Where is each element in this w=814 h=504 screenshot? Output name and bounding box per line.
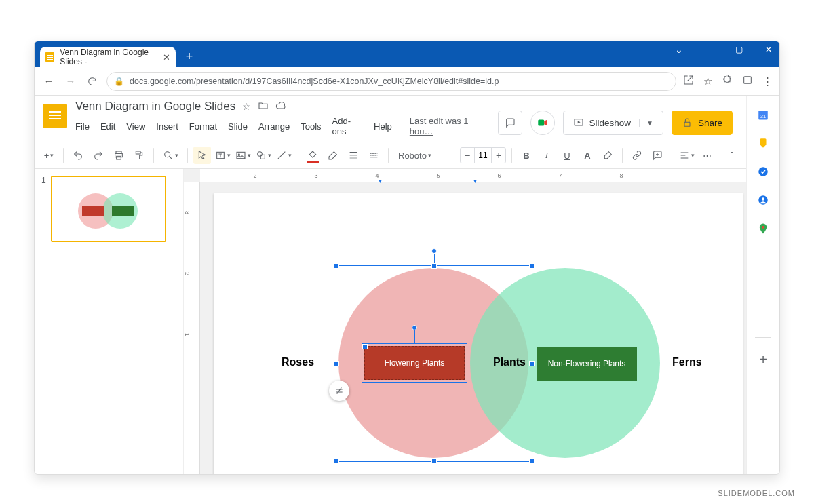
border-dash-button[interactable]: [365, 147, 383, 164]
url-field[interactable]: 🔒 docs.google.com/presentation/d/197Cas6…: [106, 72, 676, 91]
print-button[interactable]: [110, 147, 128, 164]
menu-help[interactable]: Help: [374, 121, 392, 132]
filmstrip[interactable]: 1: [35, 169, 184, 474]
share-url-icon[interactable]: [683, 75, 694, 88]
close-tab-icon[interactable]: ✕: [163, 52, 170, 62]
box-non-flowering[interactable]: Non-Flowering Plants: [537, 347, 637, 381]
shape-button[interactable]: [254, 147, 272, 164]
text-color-button[interactable]: A: [579, 147, 596, 164]
border-color-button[interactable]: [324, 147, 342, 164]
menu-edit[interactable]: Edit: [100, 121, 115, 132]
canvas[interactable]: 2 3 4 5 6 7 8 ▾ ▾ 3 2: [184, 169, 746, 474]
last-edit-link[interactable]: Last edit was 1 hou…: [410, 116, 490, 136]
forward-button[interactable]: →: [63, 74, 78, 89]
highlight-button[interactable]: [599, 147, 617, 164]
slideshow-dropdown-icon[interactable]: ▼: [639, 119, 653, 127]
redo-button[interactable]: [90, 147, 107, 164]
move-folder-icon[interactable]: [258, 100, 269, 113]
align-button[interactable]: [678, 147, 695, 164]
extensions-icon[interactable]: [722, 75, 733, 88]
selection-outline-box[interactable]: [362, 343, 467, 383]
calendar-app-icon[interactable]: 31: [756, 108, 770, 121]
menu-view[interactable]: View: [126, 121, 145, 132]
reload-button[interactable]: [85, 74, 100, 89]
zoom-button[interactable]: [159, 147, 182, 164]
bold-button[interactable]: B: [518, 147, 535, 164]
font-size-inc-button[interactable]: +: [492, 150, 505, 161]
menu-insert[interactable]: Insert: [156, 121, 178, 132]
font-size-stepper[interactable]: − +: [460, 147, 506, 163]
contacts-app-icon[interactable]: [756, 193, 770, 207]
font-family-select[interactable]: Roboto: [394, 147, 448, 164]
share-button[interactable]: Share: [672, 111, 733, 135]
contextual-toolbar-button[interactable]: [329, 381, 349, 401]
hide-menus-button[interactable]: ˆ: [723, 147, 741, 164]
resize-handle[interactable]: [529, 263, 535, 269]
menu-arrange[interactable]: Arrange: [258, 121, 290, 132]
profile-icon[interactable]: [742, 75, 753, 88]
resize-handle[interactable]: [362, 344, 368, 349]
font-size-dec-button[interactable]: −: [461, 150, 474, 161]
resize-handle[interactable]: [431, 263, 437, 269]
resize-handle[interactable]: [529, 459, 535, 464]
more-tools-button[interactable]: ⋯: [698, 147, 716, 164]
select-tool-button[interactable]: [193, 147, 211, 164]
slide-1[interactable]: Roses Plants Ferns Non-Flowering Plants …: [214, 193, 743, 474]
ruler-indent-marker-icon[interactable]: ▾: [349, 177, 410, 185]
resize-handle[interactable]: [334, 459, 339, 464]
resize-handle[interactable]: [529, 361, 535, 366]
tasks-app-icon[interactable]: [756, 165, 770, 178]
menu-slide[interactable]: Slide: [228, 121, 248, 132]
undo-button[interactable]: [69, 147, 87, 164]
cloud-status-icon[interactable]: [275, 100, 286, 113]
vertical-ruler[interactable]: 3 2 1: [184, 182, 200, 474]
star-icon[interactable]: ☆: [242, 101, 251, 112]
rotation-handle-icon[interactable]: [431, 248, 437, 254]
back-button[interactable]: ←: [41, 74, 56, 89]
resize-handle[interactable]: [431, 459, 437, 464]
add-addon-button[interactable]: +: [756, 353, 770, 366]
keep-app-icon[interactable]: [756, 136, 770, 150]
label-roses[interactable]: Roses: [282, 356, 314, 368]
share-label: Share: [698, 118, 722, 128]
resize-handle[interactable]: [334, 263, 339, 269]
resize-handle[interactable]: [334, 361, 339, 366]
bookmark-star-icon[interactable]: ☆: [703, 75, 712, 88]
chevron-down-icon[interactable]: ⌄: [672, 44, 686, 55]
insert-link-button[interactable]: [628, 147, 646, 164]
menu-format[interactable]: Format: [189, 121, 217, 132]
fill-color-button[interactable]: [304, 147, 322, 164]
textbox-button[interactable]: [214, 147, 231, 164]
meet-button[interactable]: [530, 111, 555, 135]
slide-thumbnail-1[interactable]: [51, 176, 166, 242]
google-slides-logo-icon[interactable]: [43, 104, 67, 128]
ruler-indent-marker-icon[interactable]: ▾: [444, 177, 505, 185]
border-weight-button[interactable]: [345, 147, 362, 164]
label-ferns[interactable]: Ferns: [672, 356, 702, 368]
close-window-icon[interactable]: ✕: [762, 45, 775, 54]
chrome-menu-icon[interactable]: ⋮: [762, 75, 773, 88]
font-size-input[interactable]: [474, 148, 492, 163]
line-button[interactable]: [275, 147, 292, 164]
maximize-window-icon[interactable]: ▢: [732, 45, 745, 54]
slideshow-button[interactable]: Slideshow ▼: [563, 111, 663, 135]
menu-tools[interactable]: Tools: [301, 121, 321, 132]
insert-comment-button[interactable]: [648, 147, 666, 164]
new-tab-button[interactable]: +: [180, 47, 199, 66]
document-title[interactable]: Venn Diagram in Google Slides: [75, 100, 235, 113]
horizontal-ruler[interactable]: 2 3 4 5 6 7 8 ▾ ▾: [200, 169, 746, 182]
rotation-handle-icon[interactable]: [412, 325, 417, 330]
menu-file[interactable]: File: [75, 121, 90, 132]
new-slide-button[interactable]: +: [40, 147, 58, 164]
separator: [454, 148, 454, 163]
menu-addons[interactable]: Add-ons: [332, 116, 364, 136]
browser-tab[interactable]: Venn Diagram in Google Slides - ✕: [40, 47, 176, 67]
image-button[interactable]: [234, 147, 252, 164]
comments-button[interactable]: [498, 111, 522, 135]
app-header: Venn Diagram in Google Slides ☆ File E: [35, 96, 746, 142]
underline-button[interactable]: U: [558, 147, 576, 164]
maps-app-icon[interactable]: [756, 222, 770, 235]
minimize-window-icon[interactable]: —: [702, 45, 716, 54]
italic-button[interactable]: I: [538, 147, 556, 164]
paint-format-button[interactable]: [130, 147, 148, 164]
